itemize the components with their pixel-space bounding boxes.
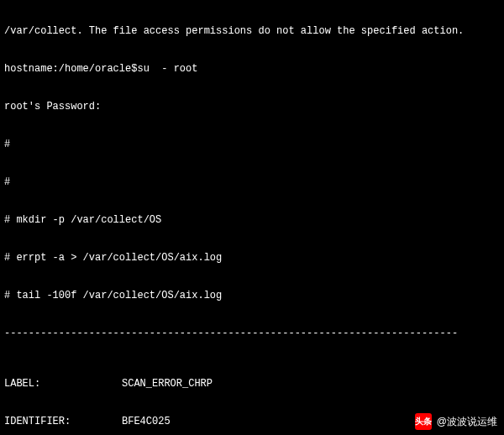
field-label: IDENTIFIER: [4,416,122,428]
shell-prompt: hostname:/home/oracle$su - root [4,63,500,76]
terminal-output: /var/collect. The file access permission… [4,0,500,435]
field-value: BFE4C025 [122,416,171,428]
password-prompt: root's Password: [4,101,500,113]
toutiao-logo-icon: 头条 [415,413,432,430]
shell-prompt: # [4,139,500,151]
command-line: # mkdir -p /var/collect/OS [4,214,500,227]
output-line: /var/collect. The file access permission… [4,25,500,38]
shell-prompt: # [4,176,500,189]
watermark-text: @波波说运维 [437,416,497,428]
field-row: LABEL: SCAN_ERROR_CHRP [4,378,500,390]
command-line: # tail -100f /var/collect/OS/aix.log [4,290,500,302]
separator-line: ----------------------------------------… [4,328,500,340]
field-value: SCAN_ERROR_CHRP [122,378,213,390]
field-label: LABEL: [4,378,122,390]
command-line: # errpt -a > /var/collect/OS/aix.log [4,252,500,265]
watermark: 头条 @波波说运维 [415,413,497,430]
